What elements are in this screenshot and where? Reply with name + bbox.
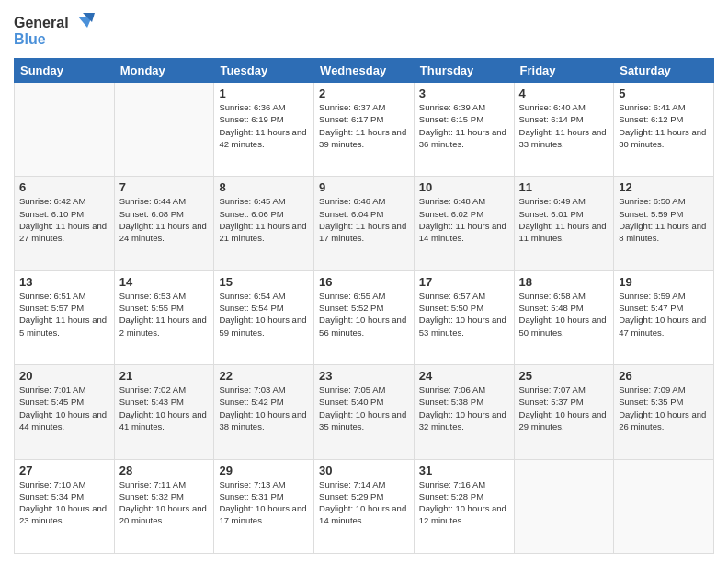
day-number: 1 bbox=[219, 86, 309, 100]
col-sunday: Sunday bbox=[15, 59, 115, 83]
day-number: 3 bbox=[419, 86, 509, 100]
day-number: 15 bbox=[219, 275, 309, 289]
day-number: 21 bbox=[119, 369, 210, 383]
calendar-cell: 1Sunrise: 6:36 AM Sunset: 6:19 PM Daylig… bbox=[214, 83, 314, 177]
day-info: Sunrise: 6:58 AM Sunset: 5:48 PM Dayligh… bbox=[519, 290, 609, 339]
calendar-cell bbox=[114, 83, 214, 177]
calendar-cell: 11Sunrise: 6:49 AM Sunset: 6:01 PM Dayli… bbox=[514, 177, 614, 270]
day-number: 31 bbox=[419, 464, 509, 477]
calendar-cell: 18Sunrise: 6:58 AM Sunset: 5:48 PM Dayli… bbox=[514, 270, 614, 364]
svg-text:Blue: Blue bbox=[14, 31, 46, 47]
calendar-cell: 6Sunrise: 6:42 AM Sunset: 6:10 PM Daylig… bbox=[15, 177, 115, 270]
day-info: Sunrise: 6:50 AM Sunset: 5:59 PM Dayligh… bbox=[619, 195, 709, 244]
day-number: 10 bbox=[419, 180, 509, 194]
calendar-cell: 9Sunrise: 6:46 AM Sunset: 6:04 PM Daylig… bbox=[314, 177, 415, 270]
day-info: Sunrise: 6:42 AM Sunset: 6:10 PM Dayligh… bbox=[19, 195, 109, 244]
day-info: Sunrise: 6:57 AM Sunset: 5:50 PM Dayligh… bbox=[419, 290, 509, 339]
day-number: 13 bbox=[19, 275, 109, 289]
calendar-cell: 14Sunrise: 6:53 AM Sunset: 5:55 PM Dayli… bbox=[114, 270, 214, 364]
day-info: Sunrise: 6:41 AM Sunset: 6:12 PM Dayligh… bbox=[619, 101, 709, 150]
day-number: 22 bbox=[219, 369, 309, 383]
day-number: 27 bbox=[19, 464, 109, 477]
day-number: 17 bbox=[419, 275, 509, 289]
day-number: 23 bbox=[319, 369, 409, 383]
calendar-cell: 8Sunrise: 6:45 AM Sunset: 6:06 PM Daylig… bbox=[214, 177, 314, 270]
calendar-cell: 23Sunrise: 7:05 AM Sunset: 5:40 PM Dayli… bbox=[314, 365, 415, 459]
header: General Blue bbox=[14, 9, 714, 51]
calendar-week-4: 20Sunrise: 7:01 AM Sunset: 5:45 PM Dayli… bbox=[15, 365, 714, 459]
calendar-cell: 3Sunrise: 6:39 AM Sunset: 6:15 PM Daylig… bbox=[414, 83, 514, 177]
col-tuesday: Tuesday bbox=[214, 59, 314, 83]
day-number: 6 bbox=[19, 180, 109, 194]
day-info: Sunrise: 7:07 AM Sunset: 5:37 PM Dayligh… bbox=[519, 384, 609, 432]
calendar-cell: 24Sunrise: 7:06 AM Sunset: 5:38 PM Dayli… bbox=[414, 365, 514, 459]
day-number: 8 bbox=[219, 180, 309, 194]
col-wednesday: Wednesday bbox=[314, 59, 415, 83]
day-info: Sunrise: 6:39 AM Sunset: 6:15 PM Dayligh… bbox=[419, 101, 509, 150]
day-info: Sunrise: 7:06 AM Sunset: 5:38 PM Dayligh… bbox=[419, 384, 509, 432]
calendar-cell: 19Sunrise: 6:59 AM Sunset: 5:47 PM Dayli… bbox=[614, 270, 714, 364]
calendar-cell bbox=[614, 459, 714, 553]
svg-text:General: General bbox=[14, 15, 69, 30]
day-info: Sunrise: 6:45 AM Sunset: 6:06 PM Dayligh… bbox=[219, 195, 309, 244]
day-info: Sunrise: 7:02 AM Sunset: 5:43 PM Dayligh… bbox=[119, 384, 210, 432]
day-info: Sunrise: 7:10 AM Sunset: 5:34 PM Dayligh… bbox=[19, 478, 109, 527]
day-info: Sunrise: 6:48 AM Sunset: 6:02 PM Dayligh… bbox=[419, 195, 509, 244]
calendar-cell: 4Sunrise: 6:40 AM Sunset: 6:14 PM Daylig… bbox=[514, 83, 614, 177]
day-number: 30 bbox=[319, 464, 409, 477]
day-number: 28 bbox=[119, 464, 210, 477]
day-info: Sunrise: 6:46 AM Sunset: 6:04 PM Dayligh… bbox=[319, 195, 409, 244]
calendar-cell: 27Sunrise: 7:10 AM Sunset: 5:34 PM Dayli… bbox=[15, 459, 115, 553]
calendar-cell: 21Sunrise: 7:02 AM Sunset: 5:43 PM Dayli… bbox=[114, 365, 214, 459]
calendar-cell: 29Sunrise: 7:13 AM Sunset: 5:31 PM Dayli… bbox=[214, 459, 314, 553]
day-number: 24 bbox=[419, 369, 509, 383]
calendar-cell: 30Sunrise: 7:14 AM Sunset: 5:29 PM Dayli… bbox=[314, 459, 415, 553]
calendar-cell: 16Sunrise: 6:55 AM Sunset: 5:52 PM Dayli… bbox=[314, 270, 415, 364]
col-thursday: Thursday bbox=[414, 59, 514, 83]
day-info: Sunrise: 6:55 AM Sunset: 5:52 PM Dayligh… bbox=[319, 290, 409, 339]
day-number: 16 bbox=[319, 275, 409, 289]
day-info: Sunrise: 7:03 AM Sunset: 5:42 PM Dayligh… bbox=[219, 384, 309, 432]
header-row: Sunday Monday Tuesday Wednesday Thursday… bbox=[15, 59, 714, 83]
logo: General Blue bbox=[14, 9, 97, 51]
col-monday: Monday bbox=[114, 59, 214, 83]
day-info: Sunrise: 6:36 AM Sunset: 6:19 PM Dayligh… bbox=[219, 101, 309, 150]
calendar-cell: 25Sunrise: 7:07 AM Sunset: 5:37 PM Dayli… bbox=[514, 365, 614, 459]
day-number: 29 bbox=[219, 464, 309, 477]
day-info: Sunrise: 7:09 AM Sunset: 5:35 PM Dayligh… bbox=[619, 384, 709, 432]
day-number: 25 bbox=[519, 369, 609, 383]
day-info: Sunrise: 6:51 AM Sunset: 5:57 PM Dayligh… bbox=[19, 290, 109, 339]
day-number: 7 bbox=[119, 180, 210, 194]
day-number: 14 bbox=[119, 275, 210, 289]
page: General Blue Sunday Monday Tuesday Wedne… bbox=[0, 0, 728, 563]
day-number: 19 bbox=[619, 275, 709, 289]
calendar-week-3: 13Sunrise: 6:51 AM Sunset: 5:57 PM Dayli… bbox=[15, 270, 714, 364]
calendar-cell: 7Sunrise: 6:44 AM Sunset: 6:08 PM Daylig… bbox=[114, 177, 214, 270]
day-number: 4 bbox=[519, 86, 609, 100]
calendar-cell bbox=[514, 459, 614, 553]
logo-icon: General Blue bbox=[14, 9, 97, 51]
calendar-cell: 10Sunrise: 6:48 AM Sunset: 6:02 PM Dayli… bbox=[414, 177, 514, 270]
calendar-cell: 5Sunrise: 6:41 AM Sunset: 6:12 PM Daylig… bbox=[614, 83, 714, 177]
day-info: Sunrise: 7:13 AM Sunset: 5:31 PM Dayligh… bbox=[219, 478, 309, 527]
day-number: 11 bbox=[519, 180, 609, 194]
day-info: Sunrise: 7:11 AM Sunset: 5:32 PM Dayligh… bbox=[119, 478, 210, 527]
calendar-cell: 26Sunrise: 7:09 AM Sunset: 5:35 PM Dayli… bbox=[614, 365, 714, 459]
calendar-cell: 15Sunrise: 6:54 AM Sunset: 5:54 PM Dayli… bbox=[214, 270, 314, 364]
day-info: Sunrise: 7:05 AM Sunset: 5:40 PM Dayligh… bbox=[319, 384, 409, 432]
calendar-cell: 28Sunrise: 7:11 AM Sunset: 5:32 PM Dayli… bbox=[114, 459, 214, 553]
calendar-cell bbox=[15, 83, 115, 177]
day-number: 26 bbox=[619, 369, 709, 383]
calendar-cell: 31Sunrise: 7:16 AM Sunset: 5:28 PM Dayli… bbox=[414, 459, 514, 553]
day-number: 2 bbox=[319, 86, 409, 100]
calendar-week-1: 1Sunrise: 6:36 AM Sunset: 6:19 PM Daylig… bbox=[15, 83, 714, 177]
day-number: 9 bbox=[319, 180, 409, 194]
calendar-week-5: 27Sunrise: 7:10 AM Sunset: 5:34 PM Dayli… bbox=[15, 459, 714, 553]
day-info: Sunrise: 7:01 AM Sunset: 5:45 PM Dayligh… bbox=[19, 384, 109, 432]
day-info: Sunrise: 6:37 AM Sunset: 6:17 PM Dayligh… bbox=[319, 101, 409, 150]
day-number: 5 bbox=[619, 86, 709, 100]
day-info: Sunrise: 7:16 AM Sunset: 5:28 PM Dayligh… bbox=[419, 478, 509, 527]
calendar-cell: 22Sunrise: 7:03 AM Sunset: 5:42 PM Dayli… bbox=[214, 365, 314, 459]
calendar-cell: 20Sunrise: 7:01 AM Sunset: 5:45 PM Dayli… bbox=[15, 365, 115, 459]
calendar-cell: 2Sunrise: 6:37 AM Sunset: 6:17 PM Daylig… bbox=[314, 83, 415, 177]
